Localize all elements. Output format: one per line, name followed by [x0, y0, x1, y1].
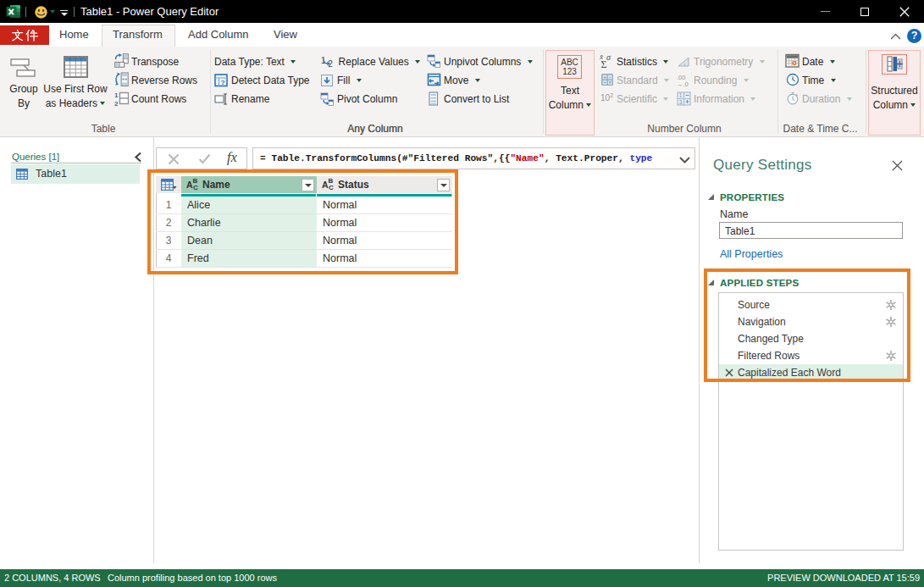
svg-text:+: + — [603, 75, 606, 80]
svg-text:2: 2 — [114, 100, 119, 107]
svg-text:→.0: →.0 — [677, 80, 689, 87]
svg-text:3: 3 — [679, 99, 683, 105]
svg-text:?: ? — [221, 79, 225, 86]
svg-text:Σ: Σ — [601, 58, 607, 69]
svg-text:÷: ÷ — [603, 80, 606, 85]
svg-text:σ: σ — [606, 53, 611, 62]
svg-text:×: × — [609, 80, 611, 85]
svg-text:−: − — [609, 75, 611, 80]
svg-text:1: 1 — [114, 91, 119, 99]
svg-text:1: 1 — [679, 92, 683, 98]
